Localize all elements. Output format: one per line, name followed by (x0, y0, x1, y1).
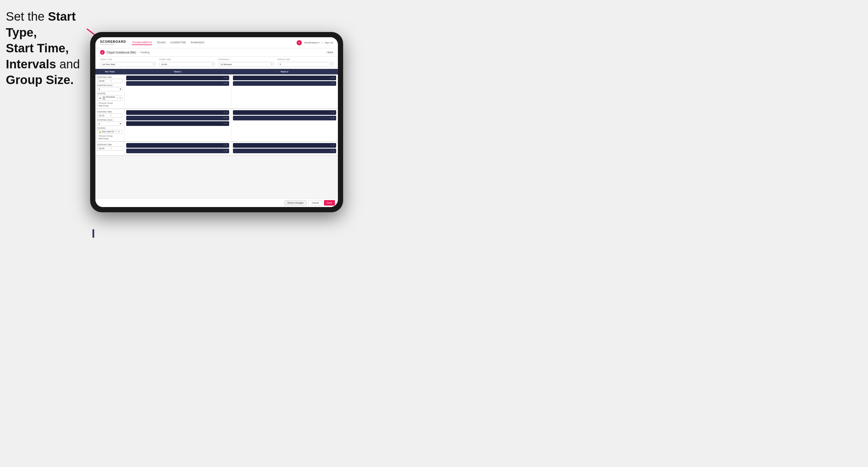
starting-time-input-3[interactable]: 10:20 ⏱ (97, 146, 122, 151)
logo-area: SCOREBOARD Powered by clippd (100, 40, 126, 45)
footer-bar: Reset Changes Cancel Save (95, 198, 338, 207)
team2-remove-2b[interactable]: ✕ ⚙ (330, 117, 334, 119)
team1-col-3: ✕ ⚙ ✕ ⚙ (124, 142, 231, 155)
starting-time-input-2[interactable]: 10:10 ⏱ (97, 114, 122, 118)
instruction-text: Set the Start Type, Start Time, Interval… (6, 9, 99, 88)
starting-time-label-2: STARTING TIME: (97, 111, 122, 113)
course-name-1: (A) Peachtree GC (103, 96, 116, 100)
team2-remove-1b[interactable]: ✕ ⚙ (330, 82, 334, 85)
team2-remove-1a[interactable]: ✕ ⚙ (330, 77, 334, 79)
team1-remove-2b[interactable]: ✕ ⚙ (223, 117, 227, 119)
tee-group-2: STARTING TIME: 10:10 ⏱ STARTING HOLE: 1 … (95, 109, 338, 142)
team2-remove-3a[interactable]: ✕ ⚙ (330, 144, 334, 147)
tablet-frame: SCOREBOARD Powered by clippd TOURNAMENTS… (90, 32, 343, 212)
intervals-label: Intervals (218, 58, 274, 61)
start-type-group: Start Type 1st Tee Start (100, 58, 156, 67)
sign-out-link[interactable]: Sign out (325, 41, 333, 44)
course-icon-1: ⚙ (119, 97, 121, 99)
course-tag-1: A (99, 97, 102, 99)
save-button[interactable]: Save (324, 200, 335, 206)
course-label-1: COURSE: (97, 92, 122, 94)
team2-row-2a: ✕ ⚙ (233, 110, 336, 115)
tee-left-1: STARTING TIME: 10:00 ⏱ STARTING HOLE: 1 … (95, 74, 124, 108)
breadcrumb-hosting: Hosting (141, 51, 150, 54)
team1-col-2: ✕ ⚙ ✕ ⚙ ✕ ⚙ (124, 109, 231, 141)
nav-teams[interactable]: TEAMS (157, 40, 166, 45)
clock-icon-3: ⏱ (110, 148, 121, 150)
starting-hole-label-2: STARTING HOLE: (97, 119, 122, 121)
team1-row-2b: ✕ ⚙ (126, 116, 229, 120)
tee-group-1: STARTING TIME: 10:00 ⏱ STARTING HOLE: 1 … (95, 74, 338, 109)
nav-separator: | (322, 41, 322, 44)
intervals-select-wrapper[interactable]: 10 Minutes (218, 61, 274, 67)
scroll-indicator (92, 229, 94, 238)
back-button[interactable]: ‹ Back (326, 51, 333, 54)
start-type-select[interactable]: 1st Tee Start (100, 62, 156, 67)
nav-rankings[interactable]: RANKINGS (191, 40, 205, 45)
add-group-2[interactable]: + Add Group (97, 137, 122, 139)
start-type-label: Start Type (100, 58, 156, 61)
starting-time-label-1: STARTING TIME: (97, 76, 122, 78)
nav-tournaments[interactable]: TOURNAMENTS (132, 40, 152, 45)
team1-remove-1b[interactable]: ✕ ⚙ (223, 82, 227, 85)
starting-time-label-3: STARTING TIME: (97, 144, 122, 146)
group-size-select-wrapper[interactable]: 3 (278, 61, 334, 67)
remove-group-2[interactable]: ○Remove Group (97, 135, 122, 137)
team2-remove-2a[interactable]: ✕ ⚙ (330, 112, 334, 114)
breadcrumb-sep: › (138, 51, 139, 54)
nav-right: B blair@clippd.io | Sign out (297, 40, 333, 45)
team2-row-3a: ✕ ⚙ (233, 143, 336, 148)
user-avatar: B (297, 40, 302, 45)
team1-remove-2c[interactable]: ✕ ⚙ (223, 122, 227, 125)
tee-left-3: STARTING TIME: 10:20 ⏱ (95, 142, 124, 155)
course-icon-2: ⚙ (118, 130, 120, 133)
start-type-select-wrapper[interactable]: 1st Tee Start (100, 61, 156, 67)
table-area: Tee Time Team 1 Team 2 STARTING TIME: 10… (95, 69, 338, 198)
starting-time-input-1[interactable]: 10:00 ⏱ (97, 79, 122, 83)
course-row-2[interactable]: ⛳ East Lake GC ✕ ⚙ (97, 130, 122, 134)
starting-hole-select-2[interactable]: 1 ▾ (97, 122, 122, 126)
user-email: blair@clippd.io (304, 41, 319, 44)
clock-icon-2: ⏱ (110, 115, 121, 117)
team1-col-1: ✕ ⚙ ✕ ⚙ (124, 74, 231, 108)
intervals-group: Intervals 10 Minutes (218, 58, 274, 67)
start-time-select[interactable]: 10:00 (159, 62, 215, 67)
start-time-select-wrapper[interactable]: 10:00 (159, 61, 215, 67)
add-group-1[interactable]: + Add Group (97, 105, 122, 107)
intervals-select[interactable]: 10 Minutes (218, 62, 274, 67)
group-size-group: Group Size 3 (278, 58, 334, 67)
starting-hole-select-1[interactable]: 1 ▾ (97, 87, 122, 91)
col-tee-time: Tee Time (95, 69, 124, 74)
nav-committee[interactable]: COMMITTEE (170, 40, 186, 45)
col-team2: Team 2 (231, 69, 338, 74)
cancel-button[interactable]: Cancel (309, 200, 322, 206)
group-size-select[interactable]: 3 (278, 62, 334, 67)
team2-row-1b: ✕ ⚙ (233, 81, 336, 86)
team1-remove-1a[interactable]: ✕ ⚙ (223, 77, 227, 79)
team2-col-2: ✕ ⚙ ✕ ⚙ (231, 109, 338, 141)
course-remove-2[interactable]: ✕ (116, 130, 117, 133)
course-name-2: ⛳ East Lake GC (99, 130, 115, 133)
team1-row-1b: ✕ ⚙ (126, 81, 229, 86)
remove-group-1[interactable]: ○Remove Group (97, 102, 122, 104)
tee-left-2: STARTING TIME: 10:10 ⏱ STARTING HOLE: 1 … (95, 109, 124, 141)
team2-row-2b: ✕ ⚙ (233, 116, 336, 120)
starting-hole-label-1: STARTING HOLE: (97, 84, 122, 86)
team1-remove-3a[interactable]: ✕ ⚙ (223, 144, 227, 147)
reset-button[interactable]: Reset Changes (284, 200, 307, 206)
team1-remove-2a[interactable]: ✕ ⚙ (223, 112, 227, 114)
course-remove-1[interactable]: ✕ (117, 97, 118, 99)
team2-row-3b: ✕ ⚙ (233, 149, 336, 153)
team1-row-2a: ✕ ⚙ (126, 110, 229, 115)
tablet-screen: SCOREBOARD Powered by clippd TOURNAMENTS… (95, 37, 338, 207)
clippd-logo: C (100, 50, 105, 55)
sub-header: C Clippd Invitational (Me) › Hosting ‹ B… (95, 48, 338, 57)
course-row-1[interactable]: A (A) Peachtree GC ✕ ⚙ (97, 95, 122, 101)
team2-remove-3b[interactable]: ✕ ⚙ (330, 150, 334, 152)
team2-row-1a: ✕ ⚙ (233, 75, 336, 80)
team1-remove-3b[interactable]: ✕ ⚙ (223, 150, 227, 152)
course-label-2: COURSE: (97, 127, 122, 129)
controls-bar: Start Type 1st Tee Start Start Time 10:0… (95, 57, 338, 69)
nav-links: TOURNAMENTS TEAMS COMMITTEE RANKINGS (132, 40, 297, 45)
team2-col-3: ✕ ⚙ ✕ ⚙ (231, 142, 338, 155)
